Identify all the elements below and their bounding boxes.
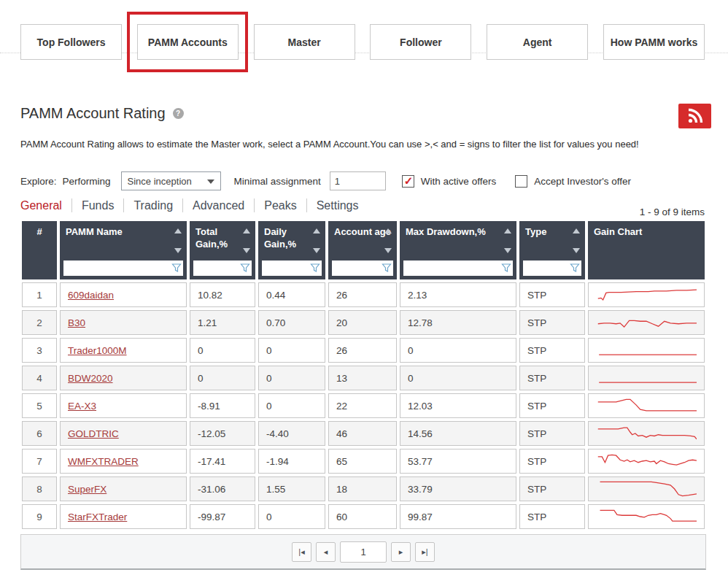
- row-number: 7: [22, 449, 57, 474]
- pamm-name-link[interactable]: 609daidan: [68, 290, 114, 301]
- minimal-assignment-input[interactable]: [330, 171, 386, 190]
- pamm-name-link[interactable]: WMFXTRADER: [68, 456, 139, 467]
- nav-button-master[interactable]: Master: [254, 24, 355, 60]
- sort-down-icon[interactable]: [313, 248, 320, 253]
- table-row: 2 B30 1.21 0.70 20 12.78 STP: [22, 310, 705, 335]
- filter-funnel-icon[interactable]: [240, 263, 250, 273]
- account-age-cell: 46: [328, 421, 397, 446]
- gain-sparkline: [596, 313, 697, 332]
- column-header-total-gain[interactable]: Total Gain,%: [190, 221, 255, 279]
- daily-gain-cell: 1.55: [258, 476, 325, 501]
- pamm-name-link[interactable]: B30: [68, 317, 85, 328]
- column-label: PAMM Name: [66, 226, 123, 237]
- gain-sparkline: [596, 285, 697, 304]
- page-number-input[interactable]: [340, 541, 387, 563]
- sort-down-icon[interactable]: [243, 248, 250, 253]
- first-page-button[interactable]: |◂: [292, 542, 311, 562]
- pamm-name-link[interactable]: BDW2020: [68, 373, 113, 384]
- account-age-cell: 13: [328, 366, 397, 390]
- pamm-name-cell: SuperFX: [60, 476, 187, 501]
- sort-up-icon[interactable]: [573, 228, 580, 234]
- period-select[interactable]: Since inception: [121, 171, 221, 190]
- pamm-name-link[interactable]: Trader1000M: [68, 345, 127, 356]
- sort-down-icon[interactable]: [384, 248, 392, 253]
- tab-advanced[interactable]: Advanced: [183, 199, 254, 212]
- filter-funnel-icon[interactable]: [501, 263, 511, 273]
- filter-bar: Explore: Performing Since inception Mini…: [20, 171, 631, 190]
- rating-grid: # PAMM Name Total Gain,%: [19, 218, 708, 532]
- filter-funnel-icon[interactable]: [171, 263, 182, 273]
- page-title: PAMM Account Rating: [20, 105, 166, 122]
- accept-investors-offer-checkbox[interactable]: [515, 175, 527, 188]
- nav-button-follower[interactable]: Follower: [370, 24, 471, 60]
- pamm-name-cell: Trader1000M: [60, 338, 187, 363]
- column-header-pamm-name[interactable]: PAMM Name: [60, 221, 187, 279]
- tab-general[interactable]: General: [20, 199, 71, 212]
- pamm-rating-page: Top Followers PAMM Accounts Master Follo…: [0, 0, 728, 575]
- sort-up-icon[interactable]: [243, 228, 250, 234]
- accept-investors-offer-label[interactable]: Accept Investor's offer: [534, 176, 631, 187]
- filter-funnel-icon[interactable]: [570, 263, 580, 273]
- gain-sparkline: [596, 507, 697, 526]
- with-active-offers-checkbox[interactable]: [402, 175, 414, 188]
- sort-down-icon[interactable]: [573, 248, 580, 253]
- tab-trading[interactable]: Trading: [124, 199, 182, 212]
- pamm-name-link[interactable]: SuperFX: [68, 484, 107, 495]
- gain-sparkline: [596, 396, 697, 415]
- account-age-cell: 26: [328, 282, 397, 307]
- tab-settings[interactable]: Settings: [307, 199, 368, 212]
- pamm-name-cell: GOLDTRIC: [60, 421, 187, 446]
- sort-down-icon[interactable]: [174, 248, 182, 253]
- gain-chart-cell: [588, 449, 705, 474]
- chevron-down-icon: [207, 180, 214, 184]
- type-cell: STP: [519, 310, 585, 335]
- nav-button-agent[interactable]: Agent: [487, 24, 588, 60]
- gain-chart-cell: [588, 310, 705, 335]
- filter-funnel-icon[interactable]: [310, 263, 320, 273]
- gain-chart-cell: [588, 504, 705, 529]
- pagination-bar: |◂ ◂ ▸ ▸|: [20, 534, 706, 570]
- max-drawdown-cell: 33.79: [400, 476, 516, 501]
- total-gain-cell: -31.06: [190, 476, 255, 501]
- last-page-button[interactable]: ▸|: [415, 542, 435, 562]
- prev-page-button[interactable]: ◂: [316, 542, 336, 562]
- column-label: Gain Chart: [594, 226, 642, 237]
- table-row: 7 WMFXTRADER -17.41 -1.94 65 53.77 STP: [22, 449, 705, 474]
- pamm-name-filter-input[interactable]: [63, 261, 183, 276]
- filter-funnel-icon[interactable]: [382, 263, 392, 273]
- table-row: 9 StarFXTrader -99.87 0 60 99.87 STP: [22, 504, 705, 529]
- tab-peaks[interactable]: Peaks: [255, 199, 306, 212]
- column-label: Account age: [334, 226, 391, 237]
- column-header-daily-gain[interactable]: Daily Gain,%: [258, 221, 325, 279]
- column-header-max-drawdown[interactable]: Max Drawdown,%: [400, 221, 516, 279]
- pamm-name-link[interactable]: EA-X3: [68, 401, 96, 412]
- gain-sparkline: [596, 341, 697, 360]
- total-gain-cell: 0: [190, 366, 255, 390]
- pamm-name-link[interactable]: StarFXTrader: [68, 512, 127, 522]
- sort-up-icon[interactable]: [174, 228, 182, 234]
- sort-up-icon[interactable]: [384, 228, 392, 234]
- account-age-cell: 20: [328, 310, 397, 335]
- tab-funds[interactable]: Funds: [72, 199, 123, 212]
- column-label: Daily Gain,%: [264, 226, 296, 250]
- rss-icon[interactable]: [678, 104, 711, 128]
- column-header-type[interactable]: Type: [519, 221, 585, 279]
- sort-up-icon[interactable]: [313, 228, 320, 234]
- gain-chart-cell: [588, 282, 705, 307]
- account-age-cell: 65: [328, 449, 397, 474]
- nav-button-how-pamm-works[interactable]: How PAMM works: [603, 24, 705, 60]
- pamm-name-cell: BDW2020: [60, 366, 187, 390]
- nav-button-top-followers[interactable]: Top Followers: [20, 24, 122, 60]
- sort-up-icon[interactable]: [504, 228, 511, 234]
- max-drawdown-filter-input[interactable]: [403, 261, 513, 276]
- next-page-button[interactable]: ▸: [391, 542, 411, 562]
- total-gain-cell: -12.05: [190, 421, 255, 446]
- sort-down-icon[interactable]: [504, 248, 511, 253]
- nav-button-pamm-accounts[interactable]: PAMM Accounts: [137, 24, 239, 60]
- with-active-offers-label[interactable]: With active offers: [421, 176, 496, 187]
- top-navigation: Top Followers PAMM Accounts Master Follo…: [20, 24, 705, 60]
- column-header-account-age[interactable]: Account age: [328, 221, 397, 279]
- help-icon[interactable]: ?: [173, 108, 184, 119]
- pamm-name-link[interactable]: GOLDTRIC: [68, 428, 119, 439]
- gain-chart-cell: [588, 421, 705, 446]
